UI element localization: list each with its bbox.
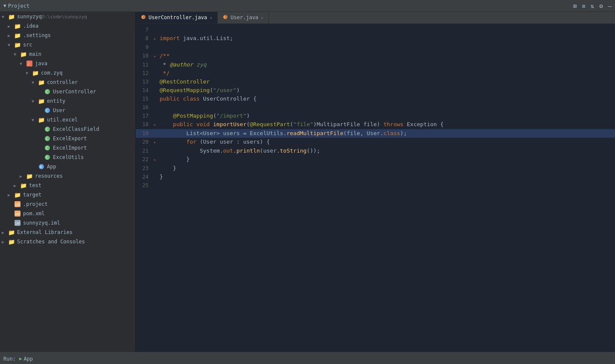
tree-icon-folder: 📁 [8,13,15,20]
svg-text:iml: iml [15,222,20,225]
code-line: 12 */ [136,69,615,78]
tree-item-pom.xml[interactable]: xmlpom.xml [0,209,135,218]
tree-arrow: ▶ [14,183,20,188]
tree-icon-xml: xml [14,200,21,208]
tree-icon-class-blue: C [44,107,51,114]
tree-item-excelexport[interactable]: CExcelExport [0,134,135,143]
tree-item-main[interactable]: ▼📁main [0,49,135,59]
run-bar: Run: ▶ App [0,353,615,364]
tree-item-app[interactable]: AApp [0,162,135,171]
tree-label: User [53,107,65,113]
svg-text:C: C [46,90,48,94]
tree-icon-folder: 📁 [14,41,21,49]
tree-label: UserController [53,89,96,95]
tree-item-java[interactable]: ▼Jjava [0,59,135,68]
line-number: 13 [136,78,154,86]
tab-User_java[interactable]: CUser.java✕ [218,12,269,23]
toolbar-icon-3[interactable]: ⇅ [591,3,594,9]
tree-item-controller[interactable]: ▼📁controller [0,78,135,87]
tab-icon: C [223,14,228,21]
project-label[interactable]: ▼ Project [3,3,29,9]
line-gutter [154,164,160,165]
tree-item-.idea[interactable]: ▶📁.idea [0,21,135,31]
tree-item-external-libraries[interactable]: ▶📁External Libraries [0,228,135,237]
line-number: 17 [136,112,154,120]
line-number: 14 [136,86,154,95]
tree-item-com.zyq[interactable]: ▼📁com.zyq [0,68,135,78]
tree-label: controller [47,79,78,85]
tree-label: .settings [23,32,51,38]
svg-text:C: C [142,16,143,19]
line-number: 24 [136,173,154,181]
tab-UserController_java[interactable]: CUserController.java✕ [136,12,218,23]
code-line: 15public class UserController { [136,95,615,103]
line-number: 22 [136,155,154,164]
line-gutter [154,69,160,69]
line-content: public void importUser(@RequestPart("fil… [160,120,615,129]
tree-label: ExcelClassField [53,126,99,132]
code-line: 21 System.out.println(user.toString()); [136,147,615,155]
tree-item-sunnyzyq.iml[interactable]: imlsunnyzyq.iml [0,218,135,228]
tree-icon-folder: 📁 [32,69,39,77]
run-tab[interactable]: ▶ App [19,356,33,362]
tree-icon-class-green: C [44,88,51,95]
tree-item-.project[interactable]: xml.project [0,199,135,209]
line-number: 18 [136,120,154,129]
tree-item-excelclassfield[interactable]: CExcelClassField [0,124,135,134]
line-number: 16 [136,103,154,112]
tree-item-entity[interactable]: ▼📁entity [0,96,135,106]
toolbar-icon-2[interactable]: ≡ [582,3,585,9]
tree-icon-class-green: C [44,144,51,152]
code-line: 18▹ public void importUser(@RequestPart(… [136,120,615,129]
line-content: System.out.println(user.toString()); [160,147,615,155]
code-line: 19 List<User> users = ExcelUtils.readMul… [136,129,615,138]
tree-item-util.excel[interactable]: ▼📁util.excel [0,115,135,124]
line-gutter [154,86,160,87]
tree-icon-folder-red: 📁 [14,191,21,199]
code-line: 23 } [136,164,615,173]
tree-item-resources[interactable]: ▶📁resources [0,171,135,181]
line-content: @RequestMapping("/user") [160,86,615,95]
tree-item-target[interactable]: ▶📁target [0,190,135,199]
code-line: 11 * @author zyq [136,61,615,69]
tree-item-.settings[interactable]: ▶📁.settings [0,31,135,40]
svg-text:C: C [46,109,48,113]
top-bar: ▼ Project ⊞ ≡ ⇅ ⚙ — [0,0,615,12]
tree-item-test[interactable]: ▶📁test [0,181,135,190]
tree-icon-class-blue2: A [38,163,45,170]
tree-item-excelutils[interactable]: CExcelUtils [0,153,135,162]
line-gutter [154,95,160,95]
tree-arrow: ▶ [8,33,14,38]
tree-item-sunnyzyq[interactable]: ▼📁sunnyzyq D:\code\sunnyzyq [0,12,135,21]
tree-icon-folder: 📁 [38,78,45,86]
toolbar-icon-1[interactable]: ⊞ [573,3,577,9]
tree-label: com.zyq [41,70,63,76]
minimize-icon[interactable]: — [608,3,612,9]
tree-label: resources [35,173,63,179]
line-content: * @author zyq [160,61,615,69]
code-editor[interactable]: 78▹import java.util.List;910▹/**11 * @au… [136,24,615,352]
tree-item-user[interactable]: CUser [0,106,135,115]
code-line: 13@RestController [136,78,615,86]
tree-arrow: ▶ [8,24,14,29]
tree-item-src[interactable]: ▼📁src [0,40,135,49]
line-content: */ [160,69,615,78]
tab-label: UserController.java [149,14,207,20]
main-layout: ▼📁sunnyzyq D:\code\sunnyzyq▶📁.idea▶📁.set… [0,12,615,352]
code-line: 24} [136,173,615,181]
tab-close-button[interactable]: ✕ [210,15,212,20]
line-content: public class UserController { [160,95,615,103]
line-gutter [154,181,160,182]
svg-text:xml: xml [15,203,20,207]
tree-item-usercontroller[interactable]: CUserController [0,87,135,96]
tab-close-button[interactable]: ✕ [261,15,263,20]
settings-icon[interactable]: ⚙ [599,3,603,9]
tree-arrow: ▼ [32,118,38,122]
line-gutter [154,103,160,104]
line-content: /** [160,52,615,60]
code-line: 17 @PostMapping("/import") [136,112,615,120]
tree-icon-class-green: C [44,135,51,142]
tree-label: .idea [23,23,38,29]
tree-item-excelimport[interactable]: CExcelImport [0,143,135,153]
tree-item-scratches-and-consoles[interactable]: ▶📁Scratches and Consoles [0,237,135,246]
